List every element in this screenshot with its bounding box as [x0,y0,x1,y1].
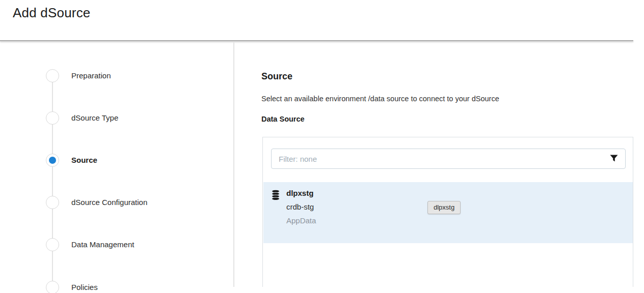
data-source-label: Data Source [261,115,305,123]
header-divider [0,40,633,41]
panel-divider [233,41,234,287]
stepper-connector-line [52,76,53,293]
database-icon [272,190,280,200]
add-dsource-wizard: Add dSource Preparation dSource Type Sou… [0,0,644,293]
stepper-item-source[interactable]: Source [0,154,224,167]
hover-tooltip: dlpxstg [427,201,461,214]
data-source-type: AppData [286,214,316,227]
step-label: Data Management [71,238,134,251]
step-circle-icon [46,196,59,209]
step-label: Source [71,154,97,167]
filter-funnel-icon[interactable] [610,155,618,163]
step-label: Policies [71,281,98,293]
step-circle-icon [46,111,59,125]
filter-bar [271,149,626,169]
stepper-item-preparation[interactable]: Preparation [0,69,224,82]
step-circle-icon [46,238,59,251]
step-circle-icon [46,69,59,82]
page-description: Select an available environment /data so… [261,95,499,103]
step-label: Preparation [71,69,111,82]
step-circle-active-icon [46,154,59,167]
data-source-environment: crdb-stg [286,200,314,214]
stepper-item-dsource-configuration[interactable]: dSource Configuration [0,196,224,209]
stepper-item-policies[interactable]: Policies [0,281,224,293]
stepper-item-data-management[interactable]: Data Management [0,238,224,251]
data-source-row-dlpxstg[interactable]: dlpxstg crdb-stg AppData dlpxstg [263,182,633,243]
page-title: Source [261,71,292,82]
filter-input[interactable] [271,149,626,169]
wizard-title: Add dSource [13,5,91,21]
step-label: dSource Type [71,111,118,125]
step-label: dSource Configuration [71,196,147,209]
step-circle-icon [46,281,59,293]
stepper-item-dsource-type[interactable]: dSource Type [0,111,224,125]
data-source-name: dlpxstg [286,187,313,200]
data-source-list-container: dlpxstg crdb-stg AppData dlpxstg [262,137,633,287]
